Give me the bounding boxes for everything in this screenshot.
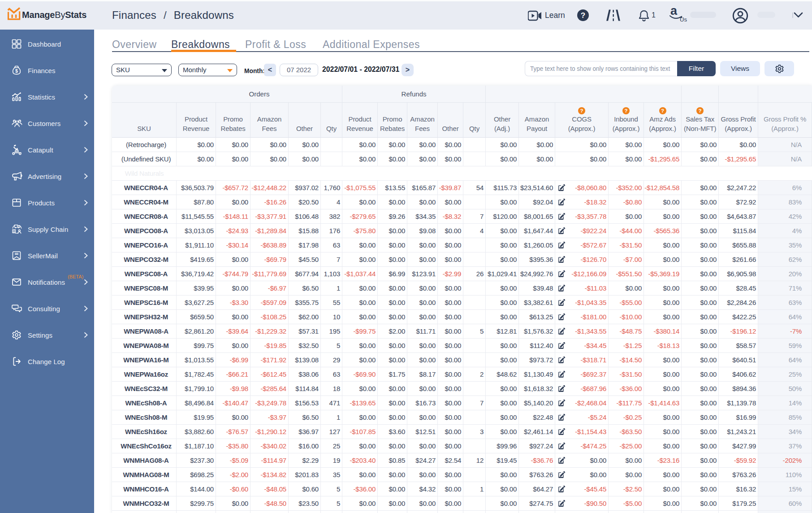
svg-text:$: $	[15, 68, 18, 73]
svg-text:?: ?	[581, 11, 585, 20]
